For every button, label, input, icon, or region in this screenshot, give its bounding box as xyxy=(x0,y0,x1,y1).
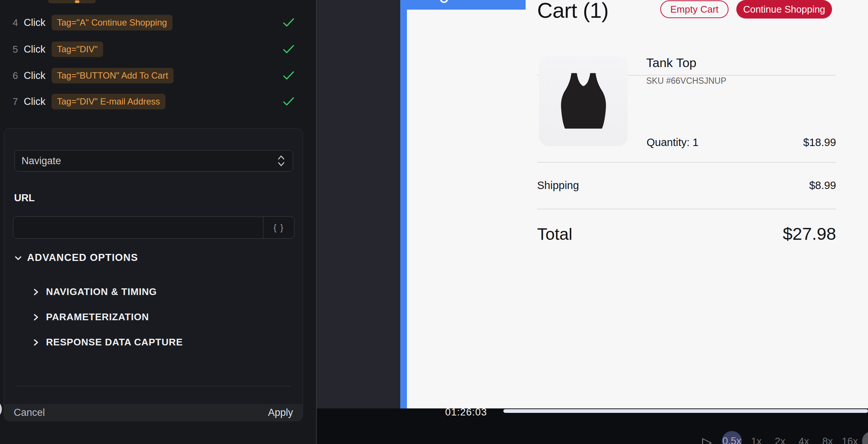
step-row-7[interactable]: 7 Click Tag="DIV" E-mail Address xyxy=(0,93,316,110)
apply-button[interactable]: Apply xyxy=(268,407,293,418)
app-root: { "steps": [ { "num": "4", "action": "Cl… xyxy=(0,0,868,444)
advanced-options-label: ADVANCED OPTIONS xyxy=(27,252,138,264)
step-success-check-icon xyxy=(283,18,294,27)
continue-shopping-button[interactable]: Continue Shopping xyxy=(736,0,832,19)
shipping-label: Shipping xyxy=(537,179,579,192)
chevron-right-icon xyxy=(32,288,40,296)
section-label: NAVIGATION & TIMING xyxy=(46,286,157,298)
playback-timestamp: 01:26:03 xyxy=(445,407,487,418)
element-highlight-topbar xyxy=(400,0,526,10)
tank-top-graphic xyxy=(552,63,615,139)
website-screenshot xyxy=(407,0,868,408)
action-type-value: Navigate xyxy=(22,155,61,167)
step-target-badge[interactable]: Tag="A" Continue Shopping xyxy=(52,15,173,30)
product-image-tank-top xyxy=(539,56,628,146)
step-number: 7 xyxy=(13,96,24,107)
step-row-4[interactable]: 4 Click Tag="A" Continue Shopping xyxy=(0,14,316,31)
advanced-options-toggle[interactable]: ADVANCED OPTIONS xyxy=(14,252,138,264)
section-label: RESPONSE DATA CAPTURE xyxy=(46,337,183,348)
product-sku: SKU #66VCHSJNUP xyxy=(646,76,726,86)
playback-progress-bar[interactable] xyxy=(503,409,868,413)
step-success-check-icon xyxy=(283,97,294,106)
insert-variable-button[interactable]: { } xyxy=(263,217,294,238)
edge-clipped-circle-left xyxy=(0,400,2,418)
step-3-tag-text-fragment xyxy=(75,0,79,3)
step-target-badge[interactable]: Tag="DIV" xyxy=(52,42,103,57)
speed-option-4x[interactable]: 4x xyxy=(799,436,809,444)
step-row-5[interactable]: 5 Click Tag="DIV" xyxy=(0,41,316,57)
panel-divider xyxy=(17,386,291,386)
speed-label: 0.5x xyxy=(722,435,741,444)
cart-page-title: Cart (1) xyxy=(537,0,609,23)
url-input-group: { } xyxy=(13,216,295,239)
product-quantity: Quantity: 1 xyxy=(647,136,698,149)
speed-option-8x[interactable]: 8x xyxy=(822,436,833,444)
select-updown-icon xyxy=(277,155,285,167)
step-success-check-icon xyxy=(283,71,294,80)
step-row-6[interactable]: 6 Click Tag="BUTTON" Add To Cart xyxy=(0,67,316,84)
step-target-badge[interactable]: Tag="BUTTON" Add To Cart xyxy=(52,68,174,83)
total-price: $27.98 xyxy=(705,223,836,244)
step-number: 6 xyxy=(13,70,24,82)
step-action-label: Click xyxy=(24,96,46,107)
url-field-label: URL xyxy=(14,192,35,204)
total-label: Total xyxy=(537,225,572,244)
step-number: 4 xyxy=(13,17,24,29)
empty-cart-button[interactable]: Empty Cart xyxy=(660,0,729,18)
sidebar-divider xyxy=(316,0,317,444)
section-response-data-capture[interactable]: RESPONSE DATA CAPTURE xyxy=(32,337,183,348)
curly-braces-icon: { } xyxy=(273,222,284,233)
step-3-tag-badge-fragment xyxy=(48,0,96,3)
action-type-select[interactable]: Navigate xyxy=(14,150,293,172)
page-divider xyxy=(537,209,836,209)
clipped-text-fragment xyxy=(440,0,448,3)
product-price: $18.99 xyxy=(705,136,836,149)
section-label: PARAMETERIZATION xyxy=(46,311,149,323)
shipping-price: $8.99 xyxy=(705,179,836,192)
section-navigation-timing[interactable]: NAVIGATION & TIMING xyxy=(32,286,157,298)
chevron-right-icon xyxy=(32,313,40,321)
element-highlight-strip xyxy=(400,0,407,408)
step-action-label: Click xyxy=(24,44,46,55)
speed-option-1x[interactable]: 1x xyxy=(751,436,762,444)
chevron-right-icon xyxy=(32,338,40,347)
page-divider xyxy=(537,162,836,163)
step-editor-panel: Navigate URL { } ADVANCED OPTIONS NAVIGA… xyxy=(4,128,303,421)
step-success-check-icon xyxy=(283,45,294,54)
speed-option-2x[interactable]: 2x xyxy=(775,436,786,444)
section-parameterization[interactable]: PARAMETERIZATION xyxy=(32,311,149,323)
step-target-badge[interactable]: Tag="DIV" E-mail Address xyxy=(52,94,166,109)
panel-footer: Cancel Apply xyxy=(4,404,303,421)
step-action-label: Click xyxy=(24,70,46,82)
product-name: Tank Top xyxy=(646,56,696,70)
step-action-label: Click xyxy=(24,17,46,29)
cancel-button[interactable]: Cancel xyxy=(14,407,45,418)
step-number: 5 xyxy=(13,44,24,55)
url-input[interactable] xyxy=(13,217,263,238)
play-icon[interactable]: ▷ xyxy=(702,434,712,444)
speed-option-16x[interactable]: 16x xyxy=(842,436,858,444)
chevron-down-icon xyxy=(14,254,22,262)
